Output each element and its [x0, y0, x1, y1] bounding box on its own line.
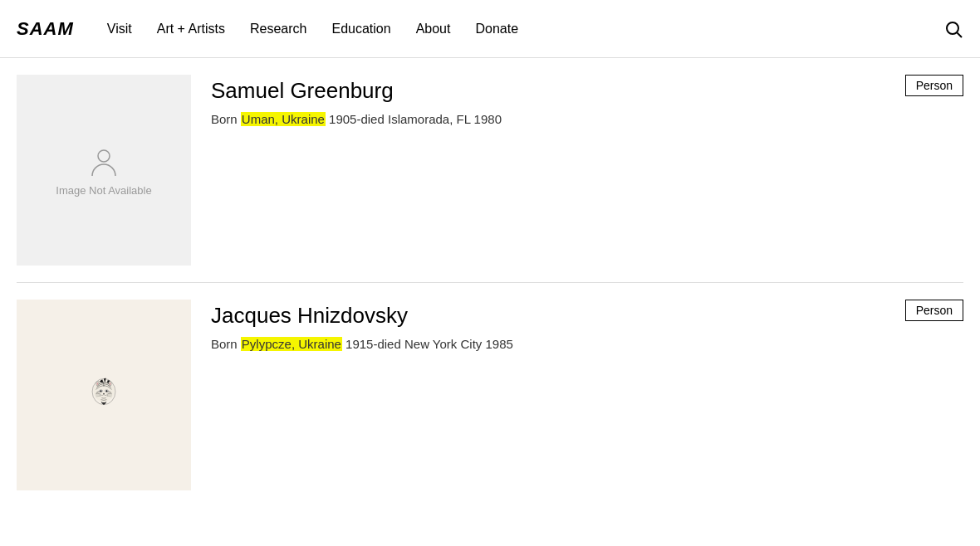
svg-point-10 — [106, 391, 107, 392]
image-not-available-label: Image Not Available — [56, 184, 151, 197]
thumbnail-jacques — [17, 300, 191, 490]
result-title-samuel[interactable]: Samuel Greenburg — [211, 78, 963, 104]
svg-point-7 — [100, 390, 102, 392]
born-highlight-jacques: Pylypcze, Ukraine — [241, 337, 342, 351]
born-prefix-jacques: Born — [211, 337, 241, 351]
main-nav: Visit Art + Artists Research Education A… — [107, 22, 963, 37]
type-badge-jacques: Person — [905, 300, 963, 321]
site-logo[interactable]: SAAM — [17, 18, 74, 40]
type-badge-samuel: Person — [905, 75, 963, 96]
born-suffix-samuel: 1905-died Islamorada, FL 1980 — [326, 112, 502, 126]
born-suffix-jacques: 1915-died New York City 1985 — [342, 337, 513, 351]
search-icon — [943, 19, 963, 39]
nav-education[interactable]: Education — [331, 22, 390, 37]
result-subtitle-jacques: Born Pylypcze, Ukraine 1915-died New Yor… — [211, 337, 963, 351]
result-card-samuel-greenburg: Image Not Available Samuel Greenburg Bor… — [17, 58, 963, 282]
search-results: Image Not Available Samuel Greenburg Bor… — [0, 58, 980, 507]
person-icon — [87, 144, 120, 178]
card-content-jacques: Jacques Hnizdovsky Born Pylypcze, Ukrain… — [211, 300, 963, 351]
nav-donate[interactable]: Donate — [475, 22, 518, 37]
nav-research[interactable]: Research — [250, 22, 306, 37]
svg-point-8 — [106, 390, 108, 392]
site-header: SAAM Visit Art + Artists Research Educat… — [0, 0, 980, 58]
nav-visit[interactable]: Visit — [107, 22, 132, 37]
nav-about[interactable]: About — [416, 22, 451, 37]
card-content-samuel: Samuel Greenburg Born Uman, Ukraine 1905… — [211, 75, 963, 126]
svg-point-2 — [98, 150, 110, 162]
result-subtitle-samuel: Born Uman, Ukraine 1905-died Islamorada,… — [211, 112, 963, 126]
born-highlight-samuel: Uman, Ukraine — [241, 112, 326, 126]
svg-line-1 — [958, 32, 963, 37]
svg-point-9 — [100, 391, 101, 392]
tiger-artwork — [87, 375, 120, 408]
result-title-jacques[interactable]: Jacques Hnizdovsky — [211, 303, 963, 329]
search-button[interactable] — [943, 19, 963, 39]
result-card-jacques-hnizdovsky: Jacques Hnizdovsky Born Pylypcze, Ukrain… — [17, 283, 963, 507]
born-prefix-samuel: Born — [211, 112, 241, 126]
nav-art-artists[interactable]: Art + Artists — [157, 22, 225, 37]
thumbnail-no-image: Image Not Available — [17, 75, 191, 266]
svg-point-0 — [947, 22, 958, 34]
